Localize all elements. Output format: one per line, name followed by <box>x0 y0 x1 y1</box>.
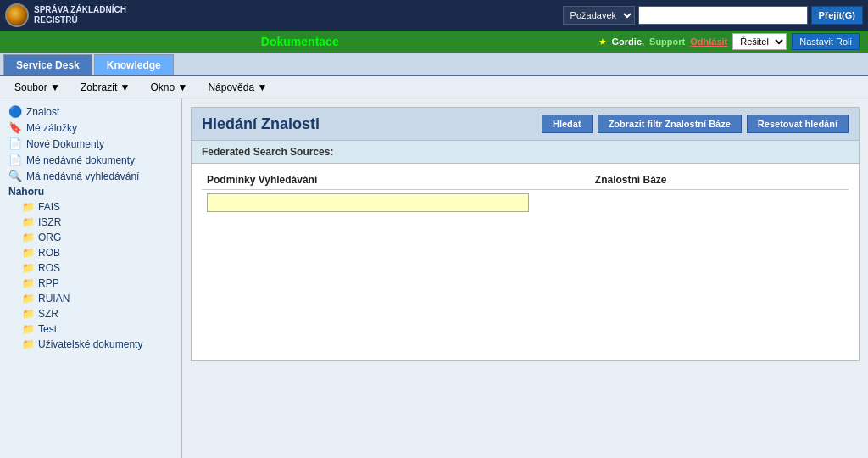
logout-link[interactable]: Odhlásit <box>690 36 727 47</box>
znalost-icon: 🔵 <box>8 105 22 118</box>
podmínky-input[interactable] <box>207 193 529 212</box>
doc-title: Dokumentace <box>8 35 592 48</box>
folder-org-icon: 📁 <box>22 232 35 243</box>
logo-area: SPRÁVA ZÁKLADNÍCH REGISTRŮ <box>5 3 126 27</box>
content-panel: Hledání Znalosti Hledat Zobrazit filtr Z… <box>191 107 860 361</box>
folder-rpp-icon: 📁 <box>22 277 35 289</box>
folder-ruian-icon: 📁 <box>22 293 35 304</box>
search-row <box>202 190 849 216</box>
folder-test-icon: 📁 <box>22 323 35 335</box>
sidebar: 🔵 Znalost 🔖 Mé záložky 📄 Nové Dokumenty … <box>0 98 182 458</box>
header-buttons: Hledat Zobrazit filtr Znalostní Báze Res… <box>542 114 849 133</box>
support-label: Support <box>649 36 685 47</box>
folder-rob-icon: 📁 <box>22 247 35 259</box>
menu-bar: Soubor ▼ Zobrazit ▼ Okno ▼ Nápověda ▼ <box>0 76 868 98</box>
search-form-area: Podmínky Vyhledávání Znalostní Báze <box>192 164 859 222</box>
folder-szr-icon: 📁 <box>22 308 35 320</box>
green-bar: Dokumentace ★ Gordic, Support Odhlásit Ř… <box>0 31 868 53</box>
gordic-label: Gordic, <box>612 36 645 47</box>
folder-rpp[interactable]: 📁 RPP <box>22 276 181 291</box>
sidebar-item-znalost[interactable]: 🔵 Znalost <box>0 103 181 120</box>
folder-uzivatelske-icon: 📁 <box>22 338 35 350</box>
sidebar-folders: 📁 FAIS 📁 ISZR 📁 ORG 📁 ROB 📁 ROS 📁 RP <box>0 199 181 352</box>
tab-knowledge[interactable]: Knowledge <box>94 54 174 75</box>
sidebar-item-nove-dokumenty[interactable]: 📄 Nové Dokumenty <box>0 136 181 152</box>
star-icon: ★ <box>598 36 607 47</box>
folder-iszr-icon: 📁 <box>22 216 35 228</box>
menu-okno[interactable]: Okno ▼ <box>141 79 197 96</box>
content-area: Hledání Znalosti Hledat Zobrazit filtr Z… <box>182 98 868 458</box>
tab-bar: Service Desk Knowledge <box>0 53 868 76</box>
resetovat-button[interactable]: Resetovat hledání <box>747 114 849 133</box>
header-search-input[interactable] <box>638 6 808 25</box>
hledat-button[interactable]: Hledat <box>542 114 593 133</box>
nedavna-vyhledavani-icon: 🔍 <box>8 170 22 182</box>
folder-fais-icon: 📁 <box>22 201 35 213</box>
folder-test[interactable]: 📁 Test <box>22 321 181 337</box>
logo-text: SPRÁVA ZÁKLADNÍCH REGISTRŮ <box>34 5 126 25</box>
search-type-dropdown[interactable]: PožadavekZnalost <box>563 6 635 25</box>
logo-icon <box>5 3 29 27</box>
zobrazit-filtr-button[interactable]: Zobrazit filtr Znalostní Báze <box>598 114 742 133</box>
role-dropdown[interactable]: Řešitel <box>732 33 787 50</box>
top-header: SPRÁVA ZÁKLADNÍCH REGISTRŮ PožadavekZnal… <box>0 0 868 31</box>
content-title: Hledání Znalosti <box>202 115 542 133</box>
folder-rob[interactable]: 📁 ROB <box>22 245 181 260</box>
col-znalostni-baze: Znalostní Báze <box>590 170 849 190</box>
menu-napoveda[interactable]: Nápověda ▼ <box>198 79 276 96</box>
folder-ruian[interactable]: 📁 RUIAN <box>22 291 181 306</box>
znalostni-baze-value <box>590 190 849 216</box>
nedavne-dok-icon: 📄 <box>8 154 22 166</box>
nove-dok-icon: 📄 <box>8 137 22 150</box>
search-table: Podmínky Vyhledávání Znalostní Báze <box>202 170 849 215</box>
sidebar-item-me-zalozky[interactable]: 🔖 Mé záložky <box>0 120 181 136</box>
go-button[interactable]: Přejít(G) <box>811 6 863 25</box>
menu-zobrazit[interactable]: Zobrazit ▼ <box>71 79 140 96</box>
content-header: Hledání Znalosti Hledat Zobrazit filtr Z… <box>192 108 859 141</box>
folder-szr[interactable]: 📁 SZR <box>22 306 181 321</box>
folder-ros[interactable]: 📁 ROS <box>22 260 181 276</box>
federated-label: Federated Search Sources: <box>192 141 859 164</box>
folder-ros-icon: 📁 <box>22 262 35 274</box>
sidebar-item-me-nedavne[interactable]: 📄 Mé nedávné dokumenty <box>0 152 181 168</box>
main-layout: 🔵 Znalost 🔖 Mé záložky 📄 Nové Dokumenty … <box>0 98 868 458</box>
sidebar-item-ma-nedavna[interactable]: 🔍 Má nedávná vyhledávání <box>0 168 181 184</box>
menu-soubor[interactable]: Soubor ▼ <box>5 79 70 96</box>
folder-org[interactable]: 📁 ORG <box>22 230 181 245</box>
folder-iszr[interactable]: 📁 ISZR <box>22 215 181 230</box>
zalozky-icon: 🔖 <box>8 121 22 134</box>
set-role-button[interactable]: Nastavit Roli <box>792 33 860 50</box>
user-info: ★ Gordic, Support Odhlásit Řešitel Nasta… <box>598 33 860 50</box>
folder-uzivatelske[interactable]: 📁 Uživatelské dokumenty <box>22 337 181 352</box>
folder-fais[interactable]: 📁 FAIS <box>22 199 181 215</box>
search-area: PožadavekZnalost Přejít(G) <box>563 6 863 25</box>
tab-service-desk[interactable]: Service Desk <box>3 54 92 75</box>
col-podmínky: Podmínky Vyhledávání <box>202 170 590 190</box>
sidebar-group-nahoru: Nahoru <box>0 184 181 199</box>
